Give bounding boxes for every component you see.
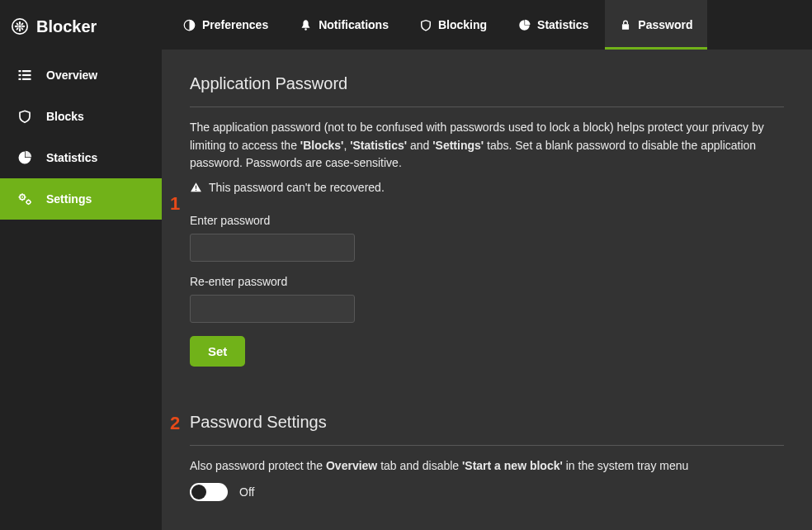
svg-rect-34 [196,186,196,189]
contrast-icon [183,19,196,31]
svg-point-17 [21,196,23,198]
section-title-password: Application Password [190,74,784,93]
shield-icon [420,19,432,31]
bell-icon [300,19,312,31]
tab-preferences[interactable]: Preferences [168,0,283,50]
svg-rect-35 [196,190,196,191]
svg-point-6 [16,22,19,26]
warning-row: This password can't be recovered. [190,181,784,194]
app-title: Blocker [36,17,97,36]
divider [190,106,784,107]
password-settings-section: Password Settings Also password protect … [190,413,784,501]
svg-point-1 [18,25,21,28]
sidebar: Blocker Overview Blocks Statistics Setti [0,0,162,530]
svg-line-24 [20,199,21,200]
tab-label: Statistics [537,18,588,31]
annotation-marker-2: 2 [170,413,180,434]
svg-point-2 [19,21,21,25]
svg-point-7 [21,22,24,26]
list-icon [17,68,33,83]
svg-rect-33 [622,24,629,29]
sidebar-item-settings[interactable]: Settings [0,178,162,220]
sidebar-item-overview[interactable]: Overview [0,54,162,96]
text: and [407,139,432,152]
text: in the system tray menu [563,459,689,472]
text-bold: 'Start a new block' [462,459,563,472]
tab-password[interactable]: Password [605,0,707,50]
tab-label: Blocking [438,18,487,31]
password-description: The application password (not to be conf… [190,119,784,173]
svg-point-32 [304,28,307,31]
app-root: Blocker Overview Blocks Statistics Setti [0,0,812,530]
reenter-password-input[interactable] [190,295,355,323]
svg-rect-11 [22,70,31,72]
content-pane: 1 2 Application Password The application… [162,50,812,530]
svg-rect-15 [22,78,31,80]
sidebar-item-label: Statistics [46,151,97,164]
svg-rect-12 [19,74,21,76]
gears-icon [17,192,33,206]
svg-point-8 [16,27,19,31]
svg-line-23 [24,199,25,200]
toggle-row: Off [190,483,784,501]
sidebar-item-statistics[interactable]: Statistics [0,137,162,178]
sidebar-item-blocks[interactable]: Blocks [0,96,162,137]
annotation-marker-1: 1 [170,193,180,215]
reenter-password-label: Re-enter password [190,275,784,288]
svg-rect-13 [22,74,31,76]
sidebar-item-label: Settings [46,192,92,206]
tab-label: Preferences [202,18,268,31]
svg-point-26 [26,201,31,205]
toggle-knob [191,485,206,499]
text-bold: 'Settings' [432,139,484,152]
pie-chart-icon [518,19,531,31]
toggle-state-label: Off [239,485,254,499]
app-logo-icon [12,15,28,38]
section-title-settings: Password Settings [190,413,784,432]
tab-statistics[interactable]: Statistics [503,0,603,50]
svg-line-22 [20,195,21,196]
sidebar-item-label: Blocks [46,110,84,123]
sidebar-item-label: Overview [46,69,97,82]
warning-icon [190,182,202,193]
svg-point-5 [21,26,25,27]
tab-notifications[interactable]: Notifications [285,0,404,50]
svg-point-3 [19,28,21,31]
protect-overview-description: Also password protect the Overview tab a… [190,457,784,475]
svg-line-25 [24,195,25,196]
lock-icon [620,19,631,31]
protect-overview-toggle[interactable] [190,483,228,501]
pie-chart-icon [17,150,33,165]
tab-blocking[interactable]: Blocking [405,0,502,50]
shield-icon [17,109,33,124]
tab-bar: Preferences Notifications Blocking Stati… [162,0,812,50]
svg-point-4 [15,26,18,27]
app-logo-row: Blocker [0,0,162,54]
warning-text: This password can't be recovered. [209,181,385,194]
main-area: Preferences Notifications Blocking Stati… [162,0,812,530]
divider [190,445,784,446]
svg-point-9 [21,27,24,31]
svg-rect-10 [19,70,21,72]
tab-label: Password [638,18,692,31]
enter-password-input[interactable] [190,234,355,262]
text: Also password protect the [190,459,326,472]
set-button[interactable]: Set [190,336,245,367]
text-bold: Overview [326,459,377,472]
enter-password-label: Enter password [190,214,784,227]
text-bold: 'Blocks' [300,139,344,152]
tab-label: Notifications [319,18,389,31]
text: tab and disable [377,459,462,472]
text-bold: 'Statistics' [350,139,407,152]
svg-rect-14 [19,78,21,80]
